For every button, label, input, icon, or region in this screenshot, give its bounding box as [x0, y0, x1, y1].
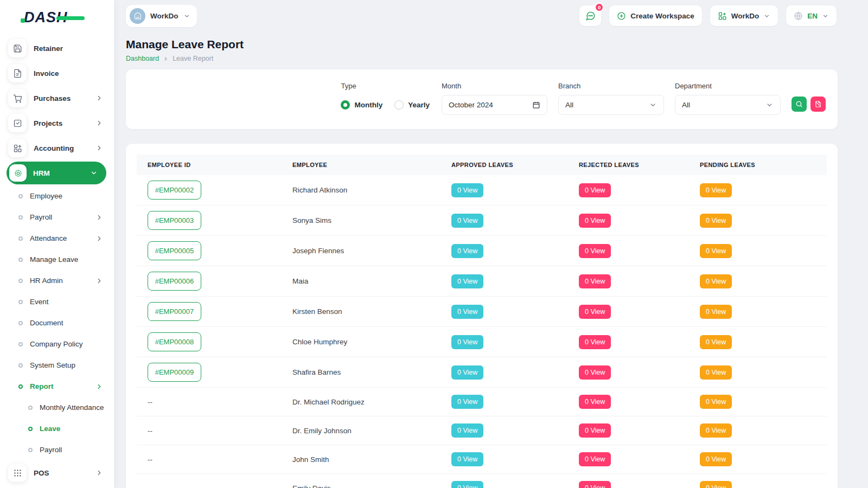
employee-id-badge[interactable]: #EMP00008 — [148, 332, 201, 351]
pending-leaves-view-button[interactable]: 0 View — [700, 183, 732, 197]
sidebar-item-accounting[interactable]: Accounting — [0, 136, 114, 160]
approved-leaves-view-button[interactable]: 0 View — [451, 365, 483, 380]
sidebar-item-report[interactable]: Report — [0, 376, 114, 397]
approved-leaves-view-button[interactable]: 0 View — [451, 481, 483, 488]
employee-id-badge[interactable]: #EMP00005 — [148, 241, 201, 260]
radio-monthly[interactable]: Monthly — [341, 100, 382, 110]
sidebar-item-purchases[interactable]: Purchases — [0, 86, 114, 111]
employee-name: Dr. Michael Rodriguez — [282, 388, 441, 416]
sidebar: DASH RetainerInvoicePurchasesProjectsAcc… — [0, 0, 114, 488]
department-select[interactable]: All — [675, 95, 781, 115]
sidebar-item-label: Payroll — [40, 446, 114, 454]
rejected-leaves-view-button[interactable]: 0 View — [579, 365, 611, 380]
sidebar-item-monthly-attendance[interactable]: Monthly Attendance — [0, 397, 114, 418]
calendar-icon[interactable] — [532, 101, 540, 109]
rejected-leaves-view-button[interactable]: 0 View — [579, 395, 611, 409]
sidebar-item-hrm[interactable]: HRM — [7, 162, 106, 184]
sidebar-item-document[interactable]: Document — [0, 312, 114, 333]
rejected-leaves-view-button[interactable]: 0 View — [579, 214, 611, 228]
approved-leaves-view-button[interactable]: 0 View — [451, 423, 483, 438]
chevron-right-icon — [95, 214, 103, 221]
employee-name: Joseph Fiennes — [282, 236, 441, 266]
workspace-selector[interactable]: WorkDo — [126, 5, 197, 27]
type-filter-group: Type Monthly Yearly — [341, 82, 430, 115]
app-logo[interactable]: DASH — [0, 0, 114, 35]
sidebar-item-label: Accounting — [34, 144, 88, 152]
table-row: --Emily Davis0 View0 View0 View — [137, 474, 827, 488]
language-selector[interactable]: EN — [786, 5, 837, 26]
rejected-leaves-view-button[interactable]: 0 View — [579, 423, 611, 438]
apply-filter-button[interactable] — [792, 97, 807, 112]
pending-leaves-view-button[interactable]: 0 View — [700, 452, 732, 466]
radio-yearly[interactable]: Yearly — [394, 100, 430, 110]
rejected-leaves-view-button[interactable]: 0 View — [579, 305, 611, 319]
approved-leaves-view-button[interactable]: 0 View — [451, 274, 483, 288]
pending-leaves-view-button[interactable]: 0 View — [700, 305, 732, 319]
sidebar-item-hr-admin[interactable]: HR Admin — [0, 270, 114, 291]
pending-leaves-view-button[interactable]: 0 View — [700, 423, 732, 438]
messages-button[interactable]: 0 — [579, 5, 601, 26]
approved-leaves-view-button[interactable]: 0 View — [451, 305, 483, 319]
sidebar-item-company-policy[interactable]: Company Policy — [0, 333, 114, 355]
sidebar-item-pos[interactable]: POS — [0, 460, 114, 485]
sidebar-item-projects[interactable]: Projects — [0, 111, 114, 136]
radio-monthly-dot[interactable] — [341, 100, 350, 110]
sidebar-item-label: Monthly Attendance — [40, 403, 114, 412]
approved-leaves-view-button[interactable]: 0 View — [451, 395, 483, 409]
sidebar-item-employee[interactable]: Employee — [0, 185, 114, 207]
chevron-down-icon — [763, 12, 770, 20]
approved-leaves-view-button[interactable]: 0 View — [451, 183, 483, 197]
breadcrumb-dashboard-link[interactable]: Dashboard — [126, 55, 159, 62]
approved-leaves-view-button[interactable]: 0 View — [451, 244, 483, 258]
rejected-leaves-view-button[interactable]: 0 View — [579, 452, 611, 466]
sidebar-item-attendance[interactable]: Attendance — [0, 228, 114, 249]
sidebar-item-manage-leave[interactable]: Manage Leave — [0, 249, 114, 270]
radio-yearly-dot[interactable] — [394, 100, 404, 110]
rejected-leaves-view-button[interactable]: 0 View — [579, 244, 611, 258]
pending-leaves-view-button[interactable]: 0 View — [700, 244, 732, 258]
rejected-leaves-view-button[interactable]: 0 View — [579, 481, 611, 488]
sidebar-item-invoice[interactable]: Invoice — [0, 61, 114, 86]
cart-icon — [8, 89, 27, 107]
rejected-leaves-view-button[interactable]: 0 View — [579, 274, 611, 288]
topbar: WorkDo 0 Create Workspace WorkDo — [114, 0, 868, 31]
approved-leaves-view-button[interactable]: 0 View — [451, 214, 483, 228]
pending-leaves-view-button[interactable]: 0 View — [700, 395, 732, 409]
employee-name: Sonya Sims — [282, 206, 441, 236]
sidebar-item-payroll[interactable]: Payroll — [0, 207, 114, 228]
filter-actions — [792, 97, 826, 112]
employee-name: Richard Atkinson — [282, 175, 441, 206]
sidebar-item-label: Purchases — [34, 94, 88, 102]
employee-id-badge[interactable]: #EMP00002 — [148, 181, 201, 200]
rejected-leaves-view-button[interactable]: 0 View — [579, 335, 611, 349]
sidebar-item-system-setup[interactable]: System Setup — [0, 355, 114, 376]
pending-leaves-view-button[interactable]: 0 View — [700, 481, 732, 488]
approved-leaves-view-button[interactable]: 0 View — [451, 335, 483, 349]
employee-id-badge[interactable]: #EMP00003 — [148, 211, 201, 230]
reset-filter-button[interactable] — [810, 97, 826, 112]
branch-select[interactable]: All — [558, 95, 664, 115]
rejected-leaves-view-button[interactable]: 0 View — [579, 183, 611, 197]
sidebar-item-payroll[interactable]: Payroll — [0, 439, 114, 460]
month-value: October 2024 — [449, 101, 493, 109]
employee-name: Maia — [282, 266, 441, 297]
employee-name: Kirsten Benson — [282, 297, 441, 327]
employee-id-badge[interactable]: #EMP00006 — [148, 272, 201, 291]
approved-leaves-view-button[interactable]: 0 View — [451, 452, 483, 466]
pending-leaves-view-button[interactable]: 0 View — [700, 335, 732, 349]
month-input[interactable]: October 2024 — [442, 95, 547, 115]
sidebar-item-retainer[interactable]: Retainer — [0, 36, 114, 61]
create-workspace-button[interactable]: Create Workspace — [609, 5, 702, 26]
pending-leaves-view-button[interactable]: 0 View — [700, 365, 732, 380]
pending-leaves-view-button[interactable]: 0 View — [700, 214, 732, 228]
sidebar-item-event[interactable]: Event — [0, 291, 114, 312]
employee-id-badge[interactable]: #EMP00007 — [148, 302, 201, 321]
workspace-menu-button[interactable]: WorkDo — [710, 5, 778, 26]
month-filter-group: Month October 2024 — [442, 82, 547, 115]
employee-id-badge[interactable]: #EMP00009 — [148, 363, 201, 382]
sidebar-item-leave[interactable]: Leave — [0, 418, 114, 439]
branch-value: All — [565, 101, 573, 109]
chevron-down-icon — [649, 101, 657, 109]
table-row: #EMP00009Shafira Barnes0 View0 View0 Vie… — [137, 357, 827, 388]
pending-leaves-view-button[interactable]: 0 View — [700, 274, 732, 288]
